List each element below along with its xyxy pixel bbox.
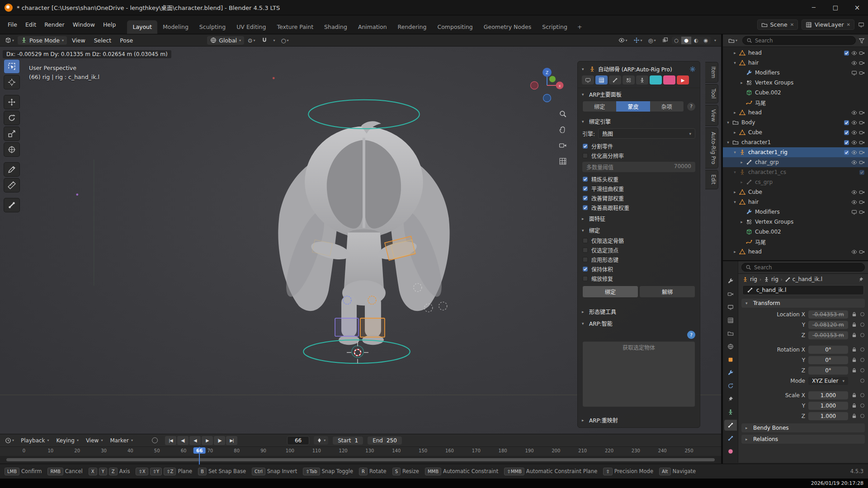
outliner-row-cube[interactable]: ▸Cube [723,127,868,137]
outliner-row-head[interactable]: ▸head [723,108,868,117]
outliner-row-modifiers[interactable]: Modifiers [723,207,868,217]
workspace-tab-texture-paint[interactable]: Texture Paint [271,20,319,34]
animate-decorator[interactable] [860,414,864,418]
play-reverse-button[interactable]: ◀ [189,436,201,445]
arp-help-button[interactable]: ? [687,103,695,111]
rig-foot-control-l[interactable] [335,318,359,336]
timeline-menu-playback[interactable]: Playback▾ [17,436,53,445]
outliner-row-vertex-groups[interactable]: ▸Vertex Groups [723,78,868,88]
frame-end-field[interactable]: End 250 [368,436,402,445]
xray-toggle[interactable] [660,36,670,44]
render-camera-icon[interactable] [859,199,865,205]
arp-tab-video[interactable]: ▶ [677,75,689,84]
sidebar-tab-edit[interactable]: Edit [705,170,718,189]
expand-arrow-icon[interactable]: ▸ [739,160,744,164]
sidebar-tab-auto-rig-pro[interactable]: Auto-Rig Pro [705,127,718,169]
properties-tab-bone-constraint[interactable] [724,433,737,444]
current-frame-field[interactable]: 66 [287,436,309,445]
visibility-eye-icon[interactable] [851,160,857,165]
timeline-menu-marker[interactable]: Marker▾ [106,436,137,445]
workspace-tab-animation[interactable]: Animation [353,20,392,34]
breadcrumb-item-rig[interactable]: rig [742,276,757,282]
animate-decorator[interactable] [860,393,864,397]
workspace-tab-geometry-nodes[interactable]: Geometry Nodes [478,20,537,34]
arp-tab-grid[interactable] [595,75,608,84]
zoom-icon[interactable] [559,110,567,118]
properties-tab-scene[interactable] [724,328,737,339]
pan-hand-icon[interactable] [559,126,567,134]
arp-tab-蒙皮[interactable]: 蒙皮 [616,101,650,112]
outliner-row-character1-rig[interactable]: ▾character1_rig [723,147,868,157]
proportional-edit-toggle[interactable]: ○▾ [279,36,291,45]
arp-remap-section[interactable]: ARP:重映射 [589,416,618,424]
maximize-button[interactable]: □ [825,0,846,15]
properties-tab-material[interactable] [724,446,737,457]
arp-tab-rig[interactable] [609,75,621,84]
properties-search-input[interactable]: Search [741,263,865,272]
selectable-checkbox-icon[interactable] [844,150,849,155]
animate-decorator[interactable] [860,347,864,352]
outliner-row-head[interactable]: ▸head [723,247,868,257]
field-z[interactable]: 1.000 [808,412,848,420]
workspace-tab-uv-editing[interactable]: UV Editing [231,20,271,34]
show-gizmo-toggle[interactable]: ▾ [631,36,645,44]
arp-shapekeys-section[interactable]: 形态键工具 [589,308,616,315]
selectable-checkbox-icon[interactable] [844,120,849,126]
orientation-dropdown[interactable]: Global▾ [207,36,244,45]
play-button[interactable]: ▶ [202,436,213,445]
menu-select[interactable]: Select [90,36,115,45]
rig-foot-control-r[interactable] [360,318,385,337]
playhead-frame-badge[interactable]: 66 [193,447,206,454]
sidebar-tab-item[interactable]: Item [705,62,718,83]
render-camera-icon[interactable] [859,120,865,126]
checkbox-改善高跟鞋权重[interactable]: 改善高跟鞋权重 [578,203,700,212]
render-camera-icon[interactable] [859,150,865,155]
workspace-tab-compositing[interactable]: Compositing [432,20,478,34]
render-camera-icon[interactable] [859,189,865,195]
transform-tool-button[interactable] [4,142,20,157]
visibility-eye-icon[interactable] [851,249,857,255]
field-mode[interactable]: XYZ Euler▾ [808,377,848,385]
checkbox-分割零件[interactable]: 分割零件 [578,141,700,151]
field-y[interactable]: -0.08120 m [808,321,848,329]
close-button[interactable]: × [846,0,868,15]
visibility-eye-icon[interactable] [851,199,857,205]
properties-tab-world[interactable] [724,341,737,352]
menu-view[interactable]: View [68,36,89,45]
field-y[interactable]: 1.000 [808,402,848,410]
auto-keying-toggle[interactable] [152,437,158,443]
timeline-menu-view[interactable]: View▾ [82,436,107,445]
properties-tab-view-layer[interactable] [724,315,737,326]
scale-tool-button[interactable] [4,127,20,141]
minimize-button[interactable]: ─ [803,0,825,15]
expand-arrow-icon[interactable]: ▾ [732,200,737,204]
measure-tool-button[interactable] [4,178,20,192]
arp-bind-section[interactable]: 绑定 [589,226,600,234]
checkbox-保持体积[interactable]: 保持体积 [578,264,700,274]
panel-relations[interactable]: ▸Relations [741,435,865,444]
timeline-editor-type-button[interactable]: ▾ [3,436,16,445]
animate-decorator[interactable] [860,312,864,316]
expand-arrow-icon[interactable]: ▾ [732,170,737,174]
lock-icon[interactable] [851,357,857,363]
outliner-row-body[interactable]: ▾Body [723,117,868,127]
animate-decorator[interactable] [860,379,864,383]
field-z[interactable]: 0° [808,366,848,375]
properties-tab-object-data[interactable] [724,407,737,418]
checkbox-缩放修复[interactable]: 缩放修复 [578,274,700,283]
editor-layout-icon[interactable] [858,22,864,28]
field-scale-x[interactable]: 1.000 [808,391,848,399]
menu-edit[interactable]: Edit [21,19,40,30]
shading-solid-button[interactable]: ● [681,37,691,44]
render-camera-icon[interactable] [859,50,865,56]
unbind-button[interactable]: 解绑 [639,286,695,298]
expand-arrow-icon[interactable]: ▸ [732,130,737,135]
next-key-button[interactable]: |▶ [214,436,225,445]
voxel-threshold-field[interactable]: 多数量阈值 70000 [582,162,695,172]
timeline-menu-keying[interactable]: Keying▾ [53,436,82,445]
mode-dropdown[interactable]: Pose Mode▾ [18,36,67,45]
rotate-tool-button[interactable] [4,111,20,125]
outliner-row-hair[interactable]: ▾hair [723,197,868,207]
expand-arrow-icon[interactable]: ▸ [739,180,744,184]
outliner-row-char-grp[interactable]: ▸char_grp [723,157,868,167]
